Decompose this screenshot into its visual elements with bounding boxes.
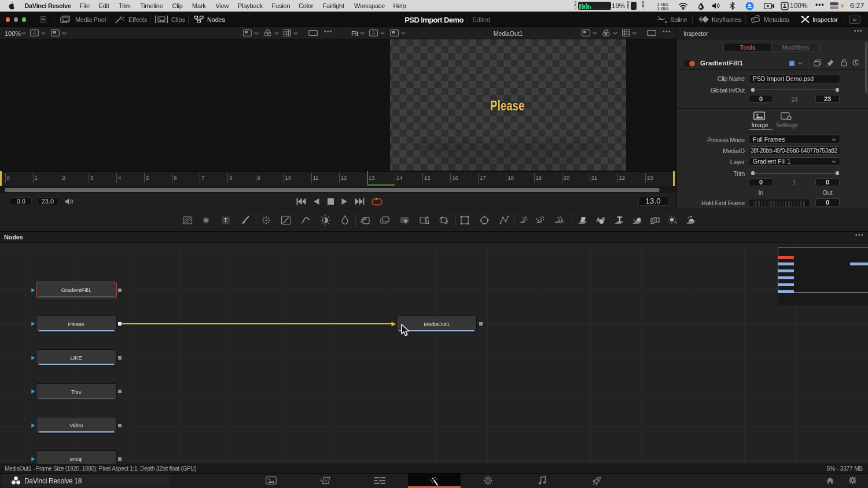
- svg-text:A: A: [372, 30, 376, 36]
- svg-text:A: A: [33, 30, 36, 36]
- svg-text:T: T: [224, 217, 228, 224]
